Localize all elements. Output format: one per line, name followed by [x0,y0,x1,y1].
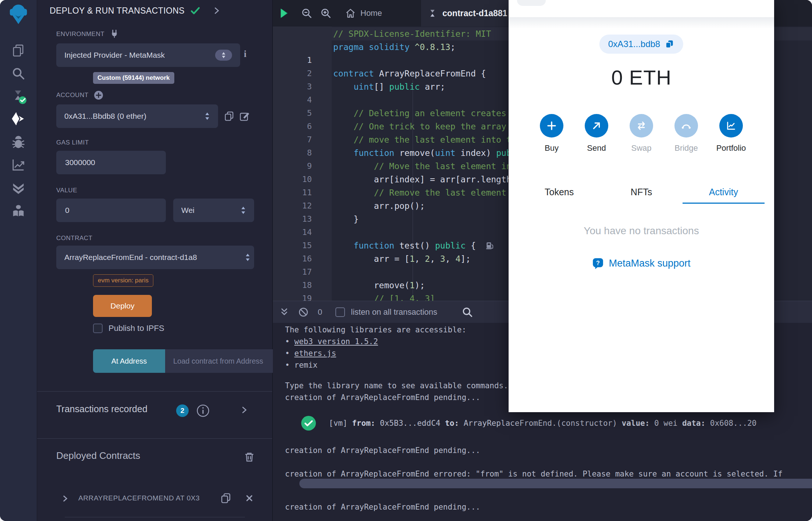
value-input[interactable] [64,206,158,215]
terminal-line[interactable]: • ethers.js [285,348,336,359]
transactions-expand-chevron-icon[interactable] [240,406,248,414]
bridge-button: Bridge [665,114,708,153]
transactions-count-badge: 2 [176,404,189,417]
code-line: arr = [1, 2, 3, 4]; [333,252,471,265]
bridge-icon [674,114,698,138]
deploy-run-panel: DEPLOY & RUN TRANSACTIONS ENVIRONMENT In… [37,0,273,521]
solidity-file-icon [428,8,437,18]
add-account-icon[interactable] [94,90,103,100]
metamask-popup: 0xA31...bdb8 0 ETH BuySendSwapBridgePort… [509,0,774,412]
code-line: uint[] public arr; [333,80,445,93]
action-label: Bridge [674,143,698,153]
evm-version-badge: evm version: paris [93,274,153,287]
value-label: VALUE [56,187,77,194]
copy-address-icon [665,39,674,49]
code-line: function test() public { [333,239,494,252]
remove-contract-close-icon[interactable] [245,494,253,502]
line-number: 6 [273,120,312,133]
contract-select[interactable]: ArrayReplaceFromEnd - contract-d1a8 [56,246,254,269]
line-number: 11 [273,186,312,199]
tab-home[interactable]: Home [345,8,382,19]
success-check-icon [301,415,316,431]
at-address-button[interactable]: At Address [93,349,165,373]
plugin-manager-icon[interactable] [0,203,37,219]
metamask-tabs: TokensNFTsActivity [518,183,765,201]
code-line: // [1, 4, 3] [333,292,435,301]
listen-transactions-label: listen on all transactions [351,307,437,317]
clear-console-block-icon[interactable] [298,307,309,318]
solidity-compiler-icon[interactable] [0,88,37,104]
publish-ipfs-checkbox[interactable] [93,324,103,333]
deploy-run-icon[interactable] [0,110,37,127]
metamask-tab-activity[interactable]: Activity [683,183,765,201]
portfolio-button[interactable]: Portfolio [710,114,752,153]
active-tab-underline [683,203,765,204]
icon-rail [0,0,37,521]
deploy-button[interactable]: Deploy [93,295,152,317]
line-number: 2 [273,67,312,80]
panel-collapse-chevron-icon[interactable] [213,7,221,15]
code-line: // Remove the last element [333,186,506,199]
deployed-contract-item[interactable]: ARRAYREPLACEFROMEND AT 0X3 [37,489,272,510]
code-line: contract ArrayReplaceFromEnd { [333,67,486,80]
account-select[interactable]: 0xA31...Bbdb8 (0 ether) [56,104,218,128]
buy-button[interactable]: Buy [530,114,573,153]
code-line: } [333,213,359,226]
empty-transactions-text: You have no transactions [509,225,774,237]
action-label: Swap [631,143,651,153]
transactions-recorded-label: Transactions recorded [56,404,147,414]
line-number: 19 [273,292,312,301]
line-number: 9 [273,160,312,173]
value-input-wrap [56,199,166,222]
line-number: 15 [273,239,312,252]
zoom-in-icon[interactable] [320,7,332,19]
statistics-icon[interactable] [0,157,37,173]
metamask-tab-nfts[interactable]: NFTs [600,183,682,201]
listen-transactions-checkbox[interactable] [335,307,345,317]
terminal-expand-chevrons-icon[interactable] [279,307,289,317]
terminal-line[interactable]: • web3 version 1.5.2 [285,336,378,347]
environment-select[interactable]: Injected Provider - MetaMask [56,43,240,67]
gas-limit-input[interactable] [64,158,158,167]
copy-account-icon[interactable] [223,110,235,122]
metamask-actions: BuySendSwapBridgePortfolio [530,114,752,153]
code-line: pragma solidity ^0.8.13; [333,40,455,54]
divider [37,391,272,392]
environment-label: ENVIRONMENT [56,29,119,39]
network-selector-pill-fragment[interactable] [517,0,546,6]
terminal-line: The following libraries are accessible: [285,324,466,335]
value-unit-select[interactable]: Wei [173,199,254,222]
clear-deployed-trash-icon[interactable] [243,451,256,463]
plug-icon[interactable] [110,29,119,39]
file-explorer-icon[interactable] [0,43,37,59]
copy-contract-address-icon[interactable] [220,492,232,504]
metamask-support-link[interactable]: ? MetaMask support [509,257,774,269]
line-number: 1 [273,54,312,67]
send-button[interactable]: Send [575,114,618,153]
environment-info-icon[interactable]: i [244,49,246,60]
metamask-account-pill[interactable]: 0xA31...bdb8 [599,35,683,54]
metamask-tab-tokens[interactable]: Tokens [518,183,600,201]
portfolio-chart-icon [719,114,743,138]
line-number: 3 [273,80,312,93]
search-icon[interactable] [0,65,37,82]
remix-logo[interactable] [0,2,37,25]
debugger-icon[interactable] [0,134,37,150]
expand-contract-chevron-icon[interactable] [61,495,69,502]
at-address-input[interactable] [165,349,291,373]
edit-account-icon[interactable] [239,110,250,122]
terminal-search-icon[interactable] [462,306,473,318]
line-number: 12 [273,199,312,213]
code-line: function remove(uint index) public { [333,146,537,160]
transactions-info-icon[interactable] [196,404,210,418]
send-arrow-icon [585,114,608,138]
line-number: 14 [273,226,312,239]
svg-text:?: ? [596,260,600,266]
metamask-header [509,0,774,18]
terminal-horizontal-scrollbar[interactable] [299,479,812,488]
zoom-out-icon[interactable] [301,7,313,19]
terminal-line: Type the library name to see available c… [285,380,508,391]
unit-testing-icon[interactable] [0,179,37,196]
terminal-vm-transaction-line[interactable]: [vm] from: 0x5B3...eddC4 to: ArrayReplac… [301,415,756,431]
run-script-play-icon[interactable] [278,7,291,19]
